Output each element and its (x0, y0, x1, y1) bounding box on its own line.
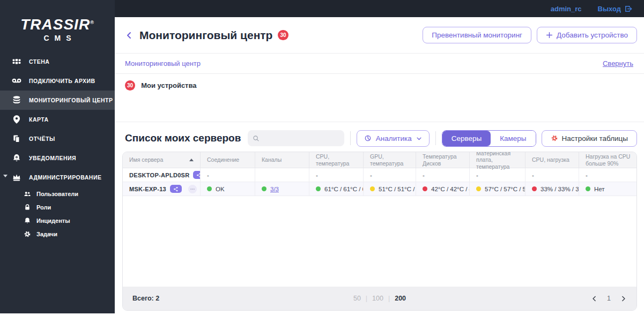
sidebar-item-map[interactable]: КАРТА (0, 110, 115, 129)
crown-icon (12, 172, 21, 182)
column-header-cpu-load[interactable]: CPU, нагрузка (525, 152, 579, 168)
brand-logo: TRASSIR® CMS (0, 0, 115, 43)
sidebar-subitem-label: Инциденты (36, 218, 70, 224)
column-header-server-name[interactable]: Имя сервера (123, 152, 201, 168)
table-settings-gear-icon (551, 134, 558, 142)
more-actions-button[interactable] (188, 185, 197, 193)
search-input[interactable] (263, 134, 339, 142)
voicemail-icon (12, 76, 21, 86)
table-settings-button[interactable]: Настройки таблицы (542, 130, 637, 147)
breadcrumb: Мониторинговый центр Свернуть (115, 54, 644, 74)
sidebar-subitem-roles[interactable]: Роли (0, 200, 115, 214)
sidebar-subitem-incidents[interactable]: Инциденты (0, 214, 115, 227)
my-devices-group[interactable]: 30 Мои устройства (115, 74, 644, 97)
analytics-dropdown-button[interactable]: Аналитика (357, 130, 430, 147)
column-header-cpu-overload[interactable]: Нагрузка на CPU больше 90% (579, 152, 636, 168)
previous-page-button[interactable] (591, 295, 598, 302)
table-row[interactable]: DESKTOP-APLD0SR - - (123, 168, 636, 182)
sidebar-nav: СТЕНА ПОДКЛЮЧИТЬ АРХИВ (0, 52, 115, 241)
wall-icon (12, 57, 21, 66)
table-header-row: Имя сервера Соединение Каналы CPU, темпе… (123, 152, 636, 168)
logo-subtext: CMS (0, 34, 115, 42)
column-header-cpu-temp[interactable]: CPU, температура (309, 152, 364, 168)
page-header: Мониторинговый центр 30 Превентивный мон… (115, 17, 644, 54)
cell-connection: - (207, 172, 209, 178)
table-settings-label: Настройки таблицы (562, 134, 628, 142)
cell-cpu-overload: Нет (594, 186, 605, 192)
database-icon (12, 95, 21, 105)
main-content: Мониторинговый центр 30 Превентивный мон… (115, 17, 644, 315)
status-dot (586, 186, 590, 191)
breadcrumb-item-monitoring-center[interactable]: Мониторинговый центр (125, 59, 201, 68)
current-user[interactable]: admin_rc (551, 5, 582, 13)
expand-caret-icon (3, 175, 8, 177)
sidebar-item-reports[interactable]: ОТЧЁТЫ (0, 129, 115, 148)
sidebar-item-label: АДМИНИСТРИРОВАНИЕ (29, 174, 101, 181)
preventive-monitoring-label: Превентивный мониторинг (432, 31, 522, 39)
add-device-button[interactable]: Добавить устройство (537, 27, 637, 43)
cell-disk-temp: 42°C / 42°C / 42°C (431, 186, 470, 192)
server-table-card: Имя сервера Соединение Каналы CPU, темпе… (122, 152, 637, 311)
reports-icon (12, 134, 21, 144)
page-size-divider: | (366, 295, 367, 302)
next-page-button[interactable] (620, 295, 627, 302)
status-dot (262, 186, 267, 191)
tab-servers-label: Серверы (451, 134, 482, 142)
sidebar-item-connect-archive[interactable]: ПОДКЛЮЧИТЬ АРХИВ (0, 71, 115, 91)
column-header-connection[interactable]: Соединение (201, 152, 255, 168)
sidebar-subitem-users[interactable]: Пользователи (0, 187, 115, 200)
table-row[interactable]: MSK-EXP-13 OK (123, 182, 636, 196)
status-dot (532, 186, 537, 191)
cell-cpu-load: - (532, 172, 534, 178)
share-button[interactable] (170, 185, 182, 193)
tab-cameras[interactable]: Камеры (491, 131, 535, 146)
sidebar-item-label: КАРТА (29, 116, 49, 123)
logout-label: Выход (598, 5, 621, 13)
tab-cameras-label: Камеры (500, 134, 526, 142)
page-size-option-100[interactable]: 100 (372, 295, 383, 302)
status-dot (370, 186, 375, 191)
collapse-link[interactable]: Свернуть (603, 59, 633, 68)
back-button[interactable] (122, 28, 136, 42)
sidebar-item-notifications[interactable]: УВЕДОМЛЕНИЯ (0, 148, 115, 168)
sidebar-subitem-label: Задачи (36, 231, 57, 237)
tab-servers[interactable]: Серверы (442, 131, 491, 146)
registered-mark: ® (90, 20, 94, 25)
logout-icon (624, 5, 632, 13)
sidebar-item-label: СТЕНА (29, 58, 49, 65)
current-page-number: 1 (607, 295, 611, 302)
logout-button[interactable]: Выход (598, 5, 632, 13)
sidebar-item-wall[interactable]: СТЕНА (0, 52, 115, 71)
column-header-board-temp[interactable]: Материнская плата, температура (470, 152, 525, 168)
sidebar-item-label: УВЕДОМЛЕНИЯ (29, 155, 76, 161)
column-header-gpu-temp[interactable]: GPU, температура (364, 152, 416, 168)
sidebar-item-monitoring-center[interactable]: МОНИТОРИНГОВЫЙ ЦЕНТР (0, 91, 115, 110)
page-size-option-50[interactable]: 50 (353, 295, 361, 302)
share-button[interactable] (193, 171, 201, 179)
toolbar-divider (435, 131, 436, 145)
lock-icon (24, 204, 31, 211)
cell-connection: OK (216, 186, 225, 192)
plus-icon (546, 32, 553, 39)
search-box (248, 130, 344, 146)
chevron-right-icon (620, 295, 627, 302)
bell-icon (24, 217, 31, 224)
table-footer: Всего: 2 50 | 100 | 200 1 (123, 287, 636, 310)
app-window: admin_rc Выход TRASSIR® CMS СТЕНА (0, 0, 644, 315)
sidebar-subitem-label: Роли (36, 204, 51, 211)
cell-gpu-temp: 51°C / 51°C / 51°C (379, 186, 416, 192)
channels-link[interactable]: 3/3 (270, 186, 279, 192)
page-size-option-200[interactable]: 200 (395, 295, 406, 302)
column-header-channels[interactable]: Каналы (255, 152, 309, 168)
analytics-pie-icon (364, 134, 372, 142)
total-count-label: Всего: 2 (132, 295, 159, 302)
share-nodes-icon (196, 172, 201, 178)
search-icon (253, 134, 260, 142)
column-header-disk-temp[interactable]: Температура Дисков (416, 152, 470, 168)
sidebar-subitem-tasks[interactable]: Задачи (0, 227, 115, 241)
status-dot (423, 186, 427, 191)
preventive-monitoring-button[interactable]: Превентивный мониторинг (423, 27, 531, 43)
logo-text: TRASSIR (20, 16, 90, 33)
status-dot (316, 186, 321, 191)
sidebar-item-administration[interactable]: АДМИНИСТРИРОВАНИЕ (0, 168, 115, 187)
